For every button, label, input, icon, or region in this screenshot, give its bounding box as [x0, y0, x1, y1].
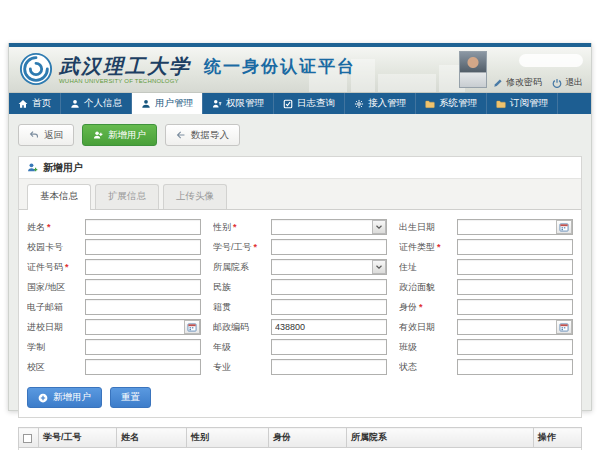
plus-circle-icon	[38, 393, 48, 403]
avatar[interactable]	[459, 51, 487, 88]
address-input[interactable]	[457, 259, 573, 275]
ethnicity-input[interactable]	[271, 279, 387, 295]
chevron-down-icon[interactable]	[372, 220, 386, 234]
email-input[interactable]	[85, 299, 201, 315]
table-col-identity[interactable]: 身份	[269, 428, 347, 448]
field-label: 进校日期	[27, 321, 85, 334]
field-label: 姓名*	[27, 221, 85, 234]
table-col-department[interactable]: 所属院系	[347, 428, 534, 448]
change-password-link[interactable]: 修改密码	[493, 76, 542, 89]
key-person-icon	[212, 99, 222, 109]
reset-label: 重置	[121, 391, 140, 404]
form-field-name: 姓名*	[27, 219, 201, 235]
field-label: 电子邮箱	[27, 301, 85, 314]
field-label: 国家/地区	[27, 281, 85, 294]
identity-input[interactable]	[457, 299, 573, 315]
table-header-row: 学号/工号姓名性别身份所属院系操作	[19, 428, 582, 448]
nav-tab-subscription[interactable]: 订阅管理	[487, 93, 558, 114]
calendar-icon[interactable]	[184, 320, 200, 334]
field-label: 校园卡号	[27, 241, 85, 254]
nav-tab-label: 用户管理	[155, 97, 193, 110]
native-place-input[interactable]	[271, 299, 387, 315]
student-id-input[interactable]	[271, 239, 387, 255]
select-all-checkbox[interactable]	[23, 434, 32, 443]
pencil-icon	[493, 78, 503, 88]
table-col-actions[interactable]: 操作	[534, 428, 582, 448]
field-label: 年级	[213, 341, 271, 354]
tab-extended-info[interactable]: 扩展信息	[95, 184, 159, 209]
country-input[interactable]	[85, 279, 201, 295]
skyline-decoration	[378, 74, 436, 92]
nav-tab-permissions[interactable]: 权限管理	[203, 93, 274, 114]
required-asterisk: *	[419, 302, 423, 312]
logout-link[interactable]: 退出	[552, 76, 583, 89]
tab-basic-info[interactable]: 基本信息	[27, 184, 91, 210]
chevron-down-icon[interactable]	[372, 260, 386, 274]
political-status-input[interactable]	[457, 279, 573, 295]
back-button[interactable]: 返回	[18, 124, 74, 146]
id-number-input[interactable]	[85, 259, 201, 275]
calendar-icon[interactable]	[556, 220, 572, 234]
study-length-input[interactable]	[85, 339, 201, 355]
calendar-icon[interactable]	[556, 320, 572, 334]
field-label: 证件号码*	[27, 261, 85, 274]
form-field-country: 国家/地区	[27, 279, 201, 295]
form-field-id-number: 证件号码*	[27, 259, 201, 275]
gender-select[interactable]	[271, 219, 387, 235]
field-label: 性别*	[213, 221, 271, 234]
id-type-input[interactable]	[457, 239, 573, 255]
submit-add-user-button[interactable]: 新增用户	[27, 387, 102, 408]
field-label: 有效日期	[399, 321, 457, 334]
nav-tab-logs[interactable]: 日志查询	[274, 93, 345, 114]
university-name: 武汉理工大学 WUHAN UNIVERSITY OF TECHNOLOGY	[59, 55, 191, 84]
user-name-bubble	[519, 54, 583, 67]
tab-label: 基本信息	[40, 190, 78, 201]
user-area: 修改密码 退出	[459, 51, 583, 90]
major-input[interactable]	[271, 359, 387, 375]
field-label: 出生日期	[399, 221, 457, 234]
gear-icon	[354, 99, 364, 109]
back-arrow-icon	[29, 130, 39, 140]
table-col-gender[interactable]: 性别	[187, 428, 269, 448]
required-asterisk: *	[233, 222, 237, 232]
campus-input[interactable]	[85, 359, 201, 375]
grade-input[interactable]	[271, 339, 387, 355]
form-field-ethnicity: 民族	[213, 279, 387, 295]
nav-tab-system[interactable]: 系统管理	[416, 93, 487, 114]
table-col-student-id[interactable]: 学号/工号	[39, 428, 117, 448]
form-field-class: 班级	[399, 339, 573, 355]
nav-tab-home[interactable]: 首页	[9, 93, 61, 114]
class-input[interactable]	[457, 339, 573, 355]
status-input[interactable]	[457, 359, 573, 375]
checklist-icon	[283, 99, 293, 109]
form-actions: 新增用户 重置	[27, 387, 573, 408]
add-user-toolbar-label: 新增用户	[108, 129, 146, 142]
field-label: 学制	[27, 341, 85, 354]
nav-tab-label: 个人信息	[84, 97, 122, 110]
nav-tab-access[interactable]: 接入管理	[345, 93, 416, 114]
postal-code-input[interactable]	[271, 319, 387, 335]
field-label: 邮政编码	[213, 321, 271, 334]
tab-upload-avatar[interactable]: 上传头像	[163, 184, 227, 209]
nav-tab-users[interactable]: 用户管理	[132, 93, 203, 114]
add-user-toolbar-button[interactable]: 新增用户	[82, 124, 157, 146]
field-label: 民族	[213, 281, 271, 294]
select-all-cell	[19, 428, 39, 448]
form-field-status: 状态	[399, 359, 573, 375]
field-label: 学号/工号*	[213, 241, 271, 254]
form-field-major: 专业	[213, 359, 387, 375]
form-field-postal-code: 邮政编码	[213, 319, 387, 335]
data-import-button[interactable]: 数据导入	[165, 124, 240, 146]
tab-label: 扩展信息	[108, 190, 146, 201]
department-select[interactable]	[271, 259, 387, 275]
name-input[interactable]	[85, 219, 201, 235]
person-icon	[70, 99, 80, 109]
nav-tab-label: 订阅管理	[510, 97, 548, 110]
nav-tab-profile[interactable]: 个人信息	[61, 93, 132, 114]
campus-card-input[interactable]	[85, 239, 201, 255]
user-icon	[141, 99, 151, 109]
reset-button[interactable]: 重置	[110, 387, 151, 408]
table-col-name[interactable]: 姓名	[117, 428, 187, 448]
folder-icon	[425, 99, 435, 109]
platform-title: 统一身份认证平台	[204, 55, 356, 78]
